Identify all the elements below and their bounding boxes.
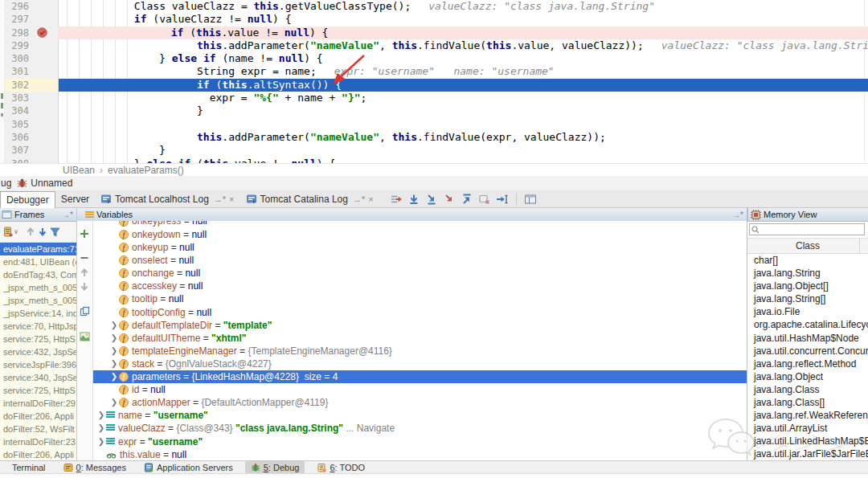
memory-class-row[interactable]: java.lang.String xyxy=(747,267,868,280)
code-line[interactable] xyxy=(59,118,868,131)
add-watch-icon[interactable] xyxy=(77,227,92,240)
variable-row[interactable]: ❯fparameters = {LinkedHashMap@4228} size… xyxy=(93,370,747,383)
memory-class-row[interactable]: java.lang.ref.WeakReferenc xyxy=(747,409,868,422)
expand-arrow-icon[interactable]: ❯ xyxy=(109,357,119,370)
frame-row[interactable]: internalDoFilter:23 xyxy=(0,435,76,448)
variable-row[interactable]: ❯fdefaultUITheme = "xhtml" xyxy=(93,332,747,345)
code-line[interactable]: } else if (name != null) { xyxy=(59,52,868,65)
debug-session-name[interactable]: Unnamed xyxy=(31,178,72,189)
toolwindow-button-application-servers[interactable]: Application Servers xyxy=(138,461,239,473)
variable-row[interactable]: ❯ftemplateEngineManager = {TemplateEngin… xyxy=(93,345,747,357)
frame-row[interactable]: service:432, JspSe xyxy=(0,345,76,358)
variable-row[interactable]: ftooltipConfig = null xyxy=(93,306,747,319)
code-line[interactable]: this.addParameter("nameValue", this.find… xyxy=(59,131,868,144)
thread-selector-icon[interactable] xyxy=(2,227,13,237)
code-line[interactable]: String expr = name;expr: "username" name… xyxy=(59,65,868,78)
hide-frames-button[interactable]: →* xyxy=(62,210,73,219)
memory-class-row[interactable]: java.util.LinkedHashMap$E xyxy=(747,435,868,447)
force-step-into-icon[interactable] xyxy=(440,192,458,206)
show-watches-icon[interactable] xyxy=(77,330,92,343)
move-watch-down-icon[interactable] xyxy=(77,280,92,292)
expand-arrow-icon[interactable]: ❯ xyxy=(109,319,119,332)
memory-column-header[interactable]: Class xyxy=(747,239,868,254)
debug-tab-tomcat-localhost-log[interactable]: Tomcat Localhost Log→*× xyxy=(95,191,240,207)
memory-class-row[interactable]: org.apache.catalina.Lifecyc xyxy=(747,318,868,331)
frame-row[interactable]: _jspx_meth_s_005f xyxy=(0,281,76,294)
run-to-cursor-icon[interactable] xyxy=(493,192,511,206)
debug-tab-server[interactable]: Server xyxy=(55,191,95,207)
remove-watch-icon[interactable] xyxy=(77,251,92,264)
variable-row[interactable]: ftooltip = null xyxy=(93,292,747,305)
breadcrumb-class[interactable]: UIBean xyxy=(63,165,95,176)
variable-row[interactable]: ❯fstack = {OgnlValueStack@4227} xyxy=(93,357,747,370)
expand-arrow-icon[interactable]: ❯ xyxy=(109,332,119,345)
pin-tab-icon[interactable]: →* xyxy=(353,194,365,204)
memory-class-row[interactable]: java.util.HashMap$Node xyxy=(747,332,868,345)
code-line[interactable]: if (this.value != null) { xyxy=(58,27,868,39)
show-execution-point-icon[interactable] xyxy=(387,192,405,206)
toolwindow-button-messages[interactable]: 0: Messages xyxy=(58,461,132,473)
memory-class-row[interactable]: char[] xyxy=(747,254,868,267)
drop-frame-icon[interactable] xyxy=(476,192,493,206)
code-line[interactable]: if (this.altSyntax()) { xyxy=(59,79,868,92)
memory-class-row[interactable]: java.lang.Object xyxy=(747,370,868,383)
code-editor[interactable]: 296297298299300301302303304305306307308 … xyxy=(0,0,868,163)
expand-arrow-icon[interactable]: ❯ xyxy=(96,435,106,448)
toolwindow-button-terminal[interactable]: Terminal xyxy=(6,461,51,473)
debug-tab-tomcat-catalina-log[interactable]: Tomcat Catalina Log→*× xyxy=(240,191,379,207)
editor-code-area[interactable]: Class valueClazz = this.getValueClassTyp… xyxy=(59,0,868,163)
code-line[interactable]: Class valueClazz = this.getValueClassTyp… xyxy=(59,0,868,13)
code-line[interactable]: if (valueClazz != null) { xyxy=(59,13,868,26)
memory-class-row[interactable]: java.lang.Class[] xyxy=(747,396,868,409)
step-out-icon[interactable] xyxy=(458,192,476,206)
memory-class-row[interactable]: java.io.File xyxy=(747,305,868,318)
expand-arrow-icon[interactable]: ❯ xyxy=(96,422,106,435)
frame-row[interactable]: serviceJspFile:396, xyxy=(0,358,76,371)
frame-row[interactable]: internalDoFilter:29 xyxy=(0,397,76,410)
frame-row[interactable]: _jspx_meth_s_005f xyxy=(0,294,76,307)
step-into-icon[interactable] xyxy=(423,192,440,206)
frame-row[interactable]: service:725, HttpS xyxy=(0,384,76,397)
variable-row[interactable]: this.value = null xyxy=(93,448,747,460)
variable-row[interactable]: fonkeydown = null xyxy=(93,228,747,241)
frame-row[interactable]: doEndTag:43, Com xyxy=(0,268,76,281)
variable-row[interactable]: faccesskey = null xyxy=(93,280,747,292)
memory-class-row[interactable]: java.lang.String[] xyxy=(747,292,868,305)
variable-row[interactable]: ❯expr = "username" xyxy=(93,435,747,448)
move-up-icon[interactable] xyxy=(26,227,35,237)
expand-arrow-icon[interactable]: ❯ xyxy=(96,409,106,422)
toolwindow-button-todo[interactable]: 6: TODO xyxy=(311,461,371,473)
expand-arrow-icon[interactable]: ❯ xyxy=(109,396,119,409)
frame-row[interactable]: evaluateParams:71 xyxy=(0,243,76,255)
hide-variables-button[interactable]: →* xyxy=(732,210,743,219)
variable-row[interactable]: ❯name = "username" xyxy=(93,409,747,422)
code-line[interactable]: } xyxy=(59,104,868,117)
step-over-icon[interactable] xyxy=(405,192,423,206)
variable-row[interactable]: ❯valueClazz = {Class@343} "class java.la… xyxy=(93,422,747,435)
variable-row[interactable]: fid = null xyxy=(93,383,747,396)
memory-class-row[interactable]: java.lang.Object[] xyxy=(747,280,868,292)
breadcrumb-method[interactable]: evaluateParams() xyxy=(108,165,184,176)
variable-row[interactable]: ❯factionMapper = {DefaultActionMapper@41… xyxy=(93,396,747,409)
frame-row[interactable]: doFilter:206, Appli xyxy=(0,448,76,461)
memory-class-row[interactable]: java.util.jar.JarFile$JarFileEr xyxy=(747,447,868,460)
variable-row[interactable]: fonkeypress = null xyxy=(93,221,747,228)
code-line[interactable]: } xyxy=(59,144,868,157)
filter-frames-icon[interactable] xyxy=(50,227,60,237)
close-tab-icon[interactable]: × xyxy=(229,194,234,204)
memory-class-row[interactable]: java.util.ArrayList xyxy=(747,422,868,435)
move-watch-up-icon[interactable] xyxy=(77,266,92,279)
variable-row[interactable]: fonchange = null xyxy=(93,267,747,280)
frame-row[interactable]: doFilter:206, Appli xyxy=(0,410,76,423)
frame-row[interactable]: end:481, UIBean (c xyxy=(0,255,76,268)
close-tab-icon[interactable]: × xyxy=(368,194,373,204)
move-down-icon[interactable] xyxy=(38,227,47,237)
expand-arrow-icon[interactable]: ❯ xyxy=(109,370,119,383)
debug-tab-debugger[interactable]: Debugger xyxy=(0,191,55,208)
frame-row[interactable]: service:70, HttpJsp xyxy=(0,320,76,333)
variable-row[interactable]: fonselect = null xyxy=(93,254,747,267)
code-line[interactable]: } else if (this.value != null) { xyxy=(59,157,868,163)
variable-row[interactable]: fonkeyup = null xyxy=(93,241,747,254)
memory-search-input[interactable] xyxy=(749,223,865,235)
memory-class-row[interactable]: java.lang.Class xyxy=(747,383,868,396)
